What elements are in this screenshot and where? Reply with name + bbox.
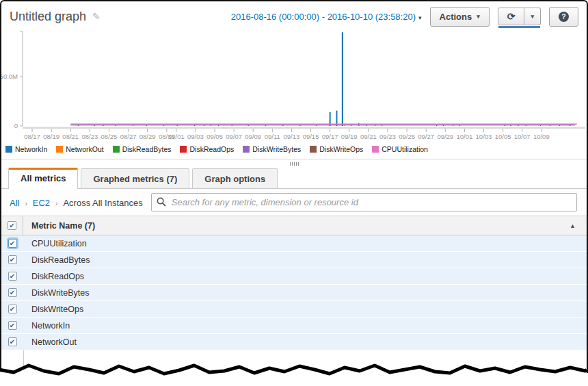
svg-text:09/07: 09/07 bbox=[226, 133, 242, 140]
svg-text:09/29: 09/29 bbox=[437, 133, 453, 140]
page-title: Untitled graph bbox=[10, 10, 86, 24]
svg-text:10/05: 10/05 bbox=[495, 133, 511, 140]
refresh-button-group: ⟳ ▾ bbox=[498, 8, 541, 25]
table-row-cpuutilization[interactable]: ✔CPUUtilization bbox=[1, 235, 587, 252]
svg-text:09/19: 09/19 bbox=[341, 133, 358, 140]
metric-name-label: CPUUtilization bbox=[23, 239, 87, 248]
svg-text:08/19: 08/19 bbox=[43, 133, 59, 140]
legend-swatch-icon bbox=[243, 146, 250, 153]
svg-text:09/13: 09/13 bbox=[284, 133, 300, 140]
row-checkbox[interactable]: ✔ bbox=[8, 288, 17, 297]
svg-text:10/07: 10/07 bbox=[514, 133, 531, 140]
table-row-networkout[interactable]: ✔NetworkOut bbox=[1, 334, 587, 350]
legend-item-cpuutilization[interactable]: CPUUtilization bbox=[372, 145, 428, 153]
help-button[interactable]: ? bbox=[549, 7, 578, 27]
caret-down-icon: ▾ bbox=[418, 14, 422, 21]
select-all-checkbox[interactable]: ✔ bbox=[8, 221, 16, 230]
select-all-cell: ✔ bbox=[1, 216, 23, 235]
metric-name-label: DiskReadBytes bbox=[23, 255, 90, 265]
metric-name-column-header[interactable]: Metric Name (7) bbox=[23, 221, 570, 231]
table-row-diskwritebytes[interactable]: ✔DiskWriteBytes bbox=[1, 285, 587, 301]
row-checkbox[interactable]: ✔ bbox=[8, 337, 17, 346]
tab-graphed-metrics-7-[interactable]: Graphed metrics (7) bbox=[81, 168, 189, 188]
legend-swatch-icon bbox=[372, 146, 379, 153]
sort-ascending-icon[interactable]: ▲ bbox=[570, 222, 587, 229]
table-row-diskwriteops[interactable]: ✔DiskWriteOps bbox=[1, 301, 587, 318]
metric-name-label: NetworkOut bbox=[23, 337, 77, 347]
row-checkbox[interactable]: ✔ bbox=[8, 272, 17, 281]
question-icon: ? bbox=[559, 12, 569, 22]
svg-text:09/17: 09/17 bbox=[322, 133, 338, 140]
svg-text:10/01: 10/01 bbox=[456, 133, 472, 140]
legend-item-label: DiskWriteOps bbox=[319, 145, 363, 153]
edit-title-pencil-icon[interactable]: ✎ bbox=[92, 11, 101, 22]
legend-swatch-icon bbox=[5, 146, 12, 153]
resize-drag-handle-icon[interactable] bbox=[1, 159, 587, 166]
metric-name-label: NetworkIn bbox=[23, 321, 70, 331]
row-checkbox-cell: ✔ bbox=[1, 285, 23, 300]
row-checkbox-cell: ✔ bbox=[1, 334, 23, 350]
svg-text:09/03: 09/03 bbox=[187, 133, 204, 140]
legend-swatch-icon bbox=[180, 146, 187, 153]
svg-text:09/25: 09/25 bbox=[399, 133, 415, 140]
tab-graph-options[interactable]: Graph options bbox=[192, 168, 278, 188]
svg-text:08/25: 08/25 bbox=[101, 133, 118, 140]
legend-item-label: CPUUtilization bbox=[382, 145, 428, 153]
breadcrumb-separator: › bbox=[25, 200, 27, 207]
row-checkbox[interactable]: ✔ bbox=[8, 305, 17, 313]
svg-text:10/03: 10/03 bbox=[476, 133, 492, 140]
legend-item-diskwriteops[interactable]: DiskWriteOps bbox=[310, 145, 363, 153]
svg-text:08/17: 08/17 bbox=[24, 133, 40, 140]
row-checkbox[interactable]: ✔ bbox=[8, 239, 17, 248]
table-row-diskreadbytes[interactable]: ✔DiskReadBytes bbox=[1, 252, 587, 268]
breadcrumb-all[interactable]: All bbox=[10, 198, 19, 208]
actions-button[interactable]: Actions▾ bbox=[430, 7, 490, 27]
row-checkbox-cell: ✔ bbox=[1, 301, 23, 317]
refresh-icon: ⟳ bbox=[507, 12, 516, 21]
legend-item-diskreadbytes[interactable]: DiskReadBytes bbox=[113, 145, 172, 153]
row-checkbox[interactable]: ✔ bbox=[8, 255, 17, 264]
legend-item-diskreadops[interactable]: DiskReadOps bbox=[180, 145, 234, 153]
metric-browser-toolbar: All›EC2›Across All Instances bbox=[1, 189, 587, 216]
breadcrumb-ec2[interactable]: EC2 bbox=[33, 198, 50, 208]
caret-down-icon: ▾ bbox=[477, 13, 480, 20]
svg-text:09/15: 09/15 bbox=[303, 133, 319, 140]
chart-legend: NetworkInNetworkOutDiskReadBytesDiskRead… bbox=[1, 144, 587, 155]
refresh-button[interactable]: ⟳ bbox=[498, 8, 525, 25]
metric-name-label: DiskReadOps bbox=[23, 272, 84, 281]
svg-text:08/23: 08/23 bbox=[81, 133, 98, 140]
search-icon bbox=[157, 197, 166, 209]
svg-text:09/27: 09/27 bbox=[418, 133, 434, 140]
cloudwatch-graph-panel: Untitled graph ✎ 2016-08-16 (00:00:00) -… bbox=[0, 0, 588, 373]
svg-text:08/29: 08/29 bbox=[139, 133, 156, 140]
row-checkbox[interactable]: ✔ bbox=[8, 321, 17, 330]
breadcrumb-across-all-instances: Across All Instances bbox=[63, 198, 142, 208]
breadcrumb-separator: › bbox=[55, 200, 57, 207]
metric-name-label: DiskWriteBytes bbox=[23, 288, 90, 298]
svg-text:09/09: 09/09 bbox=[245, 133, 261, 140]
table-row-networkin[interactable]: ✔NetworkIn bbox=[1, 318, 587, 334]
svg-text:50.0M: 50.0M bbox=[1, 73, 18, 80]
legend-item-label: NetworkIn bbox=[15, 145, 47, 153]
legend-swatch-icon bbox=[310, 146, 317, 153]
svg-text:09/01: 09/01 bbox=[168, 133, 185, 140]
refresh-options-button[interactable]: ▾ bbox=[524, 8, 541, 25]
svg-text:10/09: 10/09 bbox=[533, 133, 550, 140]
row-checkbox-cell: ✔ bbox=[1, 268, 23, 284]
table-empty-area bbox=[1, 350, 587, 381]
metrics-timeseries-chart: 050.0M08/1708/1908/2108/2308/2508/2708/2… bbox=[1, 29, 587, 144]
legend-item-networkin[interactable]: NetworkIn bbox=[5, 145, 47, 153]
graph-header: Untitled graph ✎ 2016-08-16 (00:00:00) -… bbox=[1, 1, 587, 29]
svg-text:0: 0 bbox=[14, 122, 18, 129]
table-header-row: ✔ Metric Name (7) ▲ bbox=[1, 216, 587, 235]
legend-item-diskwritebytes[interactable]: DiskWriteBytes bbox=[243, 145, 301, 153]
tab-all-metrics[interactable]: All metrics bbox=[8, 168, 78, 189]
legend-item-networkout[interactable]: NetworkOut bbox=[56, 145, 103, 153]
svg-text:08/27: 08/27 bbox=[120, 133, 137, 140]
row-checkbox-cell: ✔ bbox=[1, 318, 23, 333]
date-range-link[interactable]: 2016-08-16 (00:00:00) - 2016-10-10 (23:5… bbox=[231, 12, 422, 22]
metric-search-input[interactable] bbox=[151, 193, 577, 211]
table-row-diskreadops[interactable]: ✔DiskReadOps bbox=[1, 268, 587, 285]
caret-down-icon: ▾ bbox=[531, 13, 534, 20]
breadcrumb: All›EC2›Across All Instances bbox=[10, 196, 143, 209]
